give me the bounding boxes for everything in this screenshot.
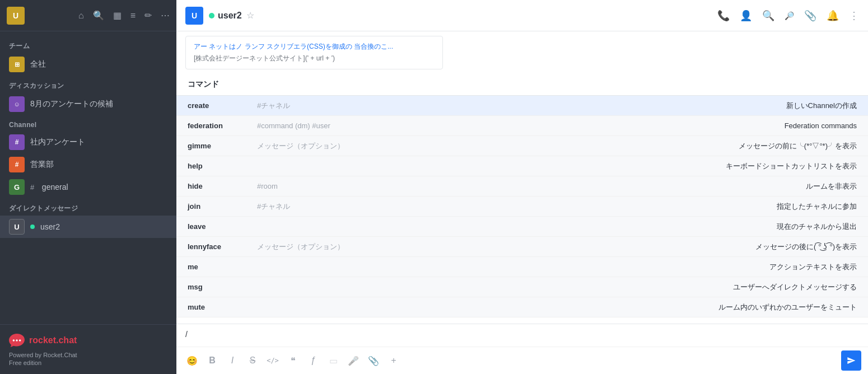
command-row[interactable]: hide #roomルームを非表示 xyxy=(176,176,868,197)
command-row[interactable]: muteルーム内のいずれかのユーザーをミュート xyxy=(176,297,868,317)
command-row[interactable]: msgユーザーへダイレクトメッセージする xyxy=(176,277,868,297)
edit-icon[interactable]: ✏ xyxy=(144,10,152,21)
sidebar-item-user2[interactable]: U user2 xyxy=(0,216,176,238)
command-desc: ルームを非表示 xyxy=(806,181,857,191)
command-section-header: コマンド xyxy=(176,74,868,96)
strike-button[interactable]: S xyxy=(244,352,262,370)
command-args: メッセージ（オプション） xyxy=(257,141,344,151)
command-row[interactable]: join #チャネル指定したチャネルに参加 xyxy=(176,197,868,217)
rocket-chat-logo: rocket.chat xyxy=(9,333,167,348)
sidebar-header: U ⌂ 🔍 ▦ ≡ ✏ ⋯ xyxy=(0,0,176,31)
command-row[interactable]: gimme メッセージ（オプション）メッセージの前に╰(*°▽°*)╯を表示 xyxy=(176,136,868,156)
command-args: #チャネル xyxy=(257,101,290,111)
magnify-icon[interactable]: 🔎 xyxy=(785,11,794,20)
main-area: U user2 ☆ 📞 👤 🔍 🔎 📎 🔔 ⋮ アー ネットはノ ランフ スクリ… xyxy=(176,0,868,374)
command-args: #room xyxy=(257,182,278,190)
eigyobu-icon: # xyxy=(9,157,25,172)
user2-label: user2 xyxy=(40,222,60,231)
command-name: join xyxy=(188,202,255,211)
command-name: gimme xyxy=(188,142,255,150)
powered-by-text: Powered by Rocket.Chat xyxy=(9,352,167,358)
more-icon[interactable]: ⋯ xyxy=(161,10,170,21)
svg-point-1 xyxy=(16,339,18,342)
command-list: create #チャネル新しいChannelの作成federation #com… xyxy=(176,96,868,317)
sidebar-footer: rocket.chat Powered by Rocket.Chat Free … xyxy=(0,324,176,374)
user2-avatar: U xyxy=(9,219,25,235)
shanai-anketo-icon: # xyxy=(9,134,25,150)
command-desc: 指定したチャネルに参加 xyxy=(777,202,857,212)
command-row[interactable]: lennyface メッセージ（オプション）メッセージの後に( ͡° ͜ʖ ͡°… xyxy=(176,237,868,257)
command-row[interactable]: federation #command (dm) #userFederation… xyxy=(176,116,868,136)
svg-point-2 xyxy=(19,339,21,342)
channel-section-label: Channel xyxy=(0,115,176,131)
discussion-icon: ☺ xyxy=(9,96,25,112)
code-button[interactable]: </> xyxy=(264,352,282,370)
header-actions: 📞 👤 🔍 🔎 📎 🔔 ⋮ xyxy=(717,10,859,22)
header-username: user2 xyxy=(218,11,242,21)
search-header-icon[interactable]: 🔍 xyxy=(762,10,774,22)
phone-icon[interactable]: 📞 xyxy=(717,10,730,22)
command-args: #チャネル xyxy=(257,202,290,212)
zensya-label: 全社 xyxy=(30,59,46,69)
command-row[interactable]: create #チャネル新しいChannelの作成 xyxy=(176,96,868,116)
command-desc: Federation commands xyxy=(785,121,857,130)
sidebar-item-eigyobu[interactable]: # 営業部 xyxy=(0,153,176,176)
chat-messages: アー ネットはノ ランフ スクリブエラ(CSS)を御成の 当合換のこ... [株… xyxy=(176,31,868,324)
sidebar-user-avatar[interactable]: U xyxy=(7,7,25,25)
chat-toolbar: 😊 B I S </> ❝ ƒ ▭ 🎤 📎 + xyxy=(176,347,868,374)
zensya-icon: ⊞ xyxy=(9,57,25,72)
sidebar-item-discussion[interactable]: ☺ 8月のアンケートの候補 xyxy=(0,93,176,115)
layout-icon[interactable]: ▦ xyxy=(113,10,122,21)
search-icon[interactable]: 🔍 xyxy=(93,10,104,21)
link-preview: アー ネットはノ ランフ スクリブエラ(CSS)を御成の 当合換のこ... [株… xyxy=(185,36,443,69)
header-user-avatar: U xyxy=(185,7,203,25)
command-section: コマンド create #チャネル新しいChannelの作成federation… xyxy=(176,74,868,317)
command-name: mute xyxy=(188,303,255,311)
sidebar-content: チーム ⊞ 全社 ディスカッション ☺ 8月のアンケートの候補 Channel … xyxy=(0,31,176,324)
command-desc: メッセージの後に( ͡° ͜ʖ ͡°)を表示 xyxy=(755,242,857,252)
sidebar-item-shanai-anketo[interactable]: # 社内アンケート xyxy=(0,131,176,153)
attachment-button[interactable]: 📎 xyxy=(365,352,382,370)
user2-status-dot xyxy=(30,225,35,229)
command-name: create xyxy=(188,101,255,110)
command-desc: アクションテキストを表示 xyxy=(769,262,857,272)
rocket-chat-logo-icon xyxy=(9,333,25,348)
general-icon: G xyxy=(9,179,25,195)
bell-icon[interactable]: 🔔 xyxy=(827,10,839,22)
header-star-icon[interactable]: ☆ xyxy=(246,10,254,21)
discussion-section-label: ディスカッション xyxy=(0,76,176,93)
snippet-button[interactable]: ƒ xyxy=(304,352,322,370)
quote-button[interactable]: ❝ xyxy=(284,352,302,370)
italic-button[interactable]: I xyxy=(223,352,241,370)
sidebar-item-general[interactable]: G # general xyxy=(0,176,176,198)
header-status-dot xyxy=(209,13,214,18)
box-button: ▭ xyxy=(324,352,342,370)
command-desc: 現在のチャネルから退出 xyxy=(777,222,857,232)
command-row[interactable]: leave現在のチャネルから退出 xyxy=(176,217,868,237)
sidebar-icon-group: ⌂ 🔍 ▦ ≡ ✏ ⋯ xyxy=(78,10,170,21)
general-label: general xyxy=(42,183,68,191)
sidebar-item-zensya[interactable]: ⊞ 全社 xyxy=(0,53,176,76)
plus-button[interactable]: + xyxy=(385,352,403,370)
sidebar: U ⌂ 🔍 ▦ ≡ ✏ ⋯ チーム ⊞ 全社 ディスカッション ☺ 8月のアンケ… xyxy=(0,0,176,374)
command-desc: ルーム内のいずれかのユーザーをミュート xyxy=(718,302,857,312)
kebab-menu-icon[interactable]: ⋮ xyxy=(849,10,859,22)
command-name: federation xyxy=(188,121,255,130)
command-name: leave xyxy=(188,222,255,231)
chat-input[interactable]: / xyxy=(176,324,868,347)
command-desc: キーボードショートカットリストを表示 xyxy=(726,161,857,171)
send-button[interactable] xyxy=(841,350,861,371)
member-icon[interactable]: 👤 xyxy=(740,10,752,22)
command-name: me xyxy=(188,263,255,271)
command-row[interactable]: helpキーボードショートカットリストを表示 xyxy=(176,156,868,176)
clip-icon[interactable]: 📎 xyxy=(804,10,816,22)
home-icon[interactable]: ⌂ xyxy=(78,11,84,21)
emoji-button[interactable]: 😊 xyxy=(183,352,201,370)
bold-button[interactable]: B xyxy=(203,352,221,370)
main-header: U user2 ☆ 📞 👤 🔍 🔎 📎 🔔 ⋮ xyxy=(176,0,868,31)
command-desc: 新しいChannelの作成 xyxy=(786,101,857,111)
sort-icon[interactable]: ≡ xyxy=(130,11,136,21)
command-name: lennyface xyxy=(188,242,255,251)
command-name: help xyxy=(188,162,255,170)
command-row[interactable]: meアクションテキストを表示 xyxy=(176,257,868,277)
